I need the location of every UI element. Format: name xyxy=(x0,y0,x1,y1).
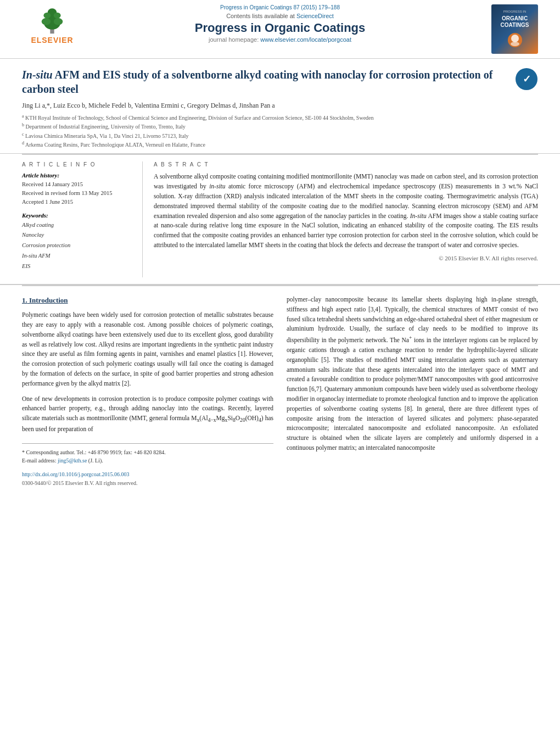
elsevier-logo: ELSEVIER xyxy=(22,4,82,44)
svg-point-10 xyxy=(511,42,519,46)
article-body: A R T I C L E I N F O Article history: R… xyxy=(0,155,560,285)
intro-para2: One of new developments in corrosion pro… xyxy=(22,394,273,435)
sciencedirect-link[interactable]: ScienceDirect xyxy=(296,13,334,19)
article-history: Article history: Received 14 January 201… xyxy=(22,172,133,206)
email-note: E-mail address: jing5@kth.se (J. Li). xyxy=(22,456,273,465)
crossmark-icon: ✓ xyxy=(515,68,538,91)
svg-point-5 xyxy=(54,18,63,25)
journal-logo-box: PROGRESS IN ORGANICCOATINGS xyxy=(491,4,538,54)
abstract-text: A solventborne alkyd composite coating c… xyxy=(154,172,538,250)
svg-text:✓: ✓ xyxy=(523,74,531,85)
history-label: Article history: xyxy=(22,172,133,178)
intro-para1: Polymeric coatings have been widely used… xyxy=(22,310,273,389)
abstract-label: A B S T R A C T xyxy=(154,161,538,168)
keyword-4: In-situ AFM xyxy=(22,251,133,261)
affiliation-d: d Arkema Coating Resins, Parc Technologi… xyxy=(22,140,538,149)
svg-point-6 xyxy=(43,13,51,19)
logo-icon xyxy=(507,32,523,49)
abstract-col: A B S T R A C T A solventborne alkyd com… xyxy=(154,161,538,277)
doi-link[interactable]: http://dx.doi.org/10.1016/j.porgcoat.201… xyxy=(22,471,129,477)
keyword-3: Corrosion protection xyxy=(22,241,133,251)
revised-date: Received in revised form 13 May 2015 xyxy=(22,189,133,198)
received-date: Received 14 January 2015 xyxy=(22,180,133,189)
right-text-col: polymer–clay nanocomposite because its l… xyxy=(287,295,538,487)
affiliation-b: b Department of Industrial Engineering, … xyxy=(22,122,538,131)
journal-title: Progress in Organic Coatings xyxy=(93,21,467,35)
journal-header: ELSEVIER Progress in Organic Coatings 87… xyxy=(0,0,560,59)
svg-point-4 xyxy=(42,18,51,25)
svg-point-7 xyxy=(54,13,61,19)
crossmark: ✓ xyxy=(515,68,538,93)
article-header: ✓ In-situ AFM and EIS study of a solvent… xyxy=(0,59,560,154)
affiliations: a KTH Royal Institute of Technology, Sch… xyxy=(22,113,538,149)
issn-line: 0300-9440/© 2015 Elsevier B.V. All right… xyxy=(22,479,273,488)
logo-top-text: PROGRESS IN xyxy=(503,10,527,13)
article-title-italic: In-situ xyxy=(22,69,53,81)
keywords-section: Keywords: Alkyd coating Nanoclay Corrosi… xyxy=(22,212,133,272)
elsevier-tree-icon xyxy=(30,4,74,35)
journal-homepage: journal homepage: www.elsevier.com/locat… xyxy=(93,36,467,43)
main-two-col: 1. Introduction Polymeric coatings have … xyxy=(22,295,538,487)
homepage-link[interactable]: www.elsevier.com/locate/porgcoat xyxy=(260,36,351,43)
left-text-col: 1. Introduction Polymeric coatings have … xyxy=(22,295,273,487)
keywords-list: Alkyd coating Nanoclay Corrosion protect… xyxy=(22,220,133,272)
article-title-rest: AFM and EIS study of a solventborne alky… xyxy=(22,69,492,95)
authors: Jing Li a,*, Luiz Ecco b, Michele Fedel … xyxy=(22,102,538,110)
article-title: In-situ AFM and EIS study of a solventbo… xyxy=(22,68,538,96)
keywords-label: Keywords: xyxy=(22,212,133,219)
accepted-date: Accepted 1 June 2015 xyxy=(22,198,133,207)
right-para1: polymer–clay nanocomposite because its l… xyxy=(287,295,538,453)
section-num: 1. xyxy=(22,296,27,304)
doi-line: http://dx.doi.org/10.1016/j.porgcoat.201… xyxy=(22,470,273,479)
article-info-col: A R T I C L E I N F O Article history: R… xyxy=(22,161,143,277)
main-content: 1. Introduction Polymeric coatings have … xyxy=(0,286,560,496)
section-title: Introduction xyxy=(29,296,68,304)
svg-point-9 xyxy=(511,35,519,42)
contents-available: Contents lists available at ScienceDirec… xyxy=(93,13,467,19)
article-info-label: A R T I C L E I N F O xyxy=(22,161,133,168)
elsevier-brand: ELSEVIER xyxy=(31,36,73,44)
keyword-1: Alkyd coating xyxy=(22,220,133,231)
journal-meta: Progress in Organic Coatings 87 (2015) 1… xyxy=(93,4,467,10)
journal-logo-right: PROGRESS IN ORGANICCOATINGS xyxy=(478,4,538,54)
corresponding-author-note: * Corresponding author. Tel.: +46 8790 9… xyxy=(22,448,273,456)
affiliation-c: c Laviosa Chimica Mineraria SpA, Via 1, … xyxy=(22,131,538,140)
keyword-2: Nanoclay xyxy=(22,230,133,241)
journal-meta-text: Progress in Organic Coatings 87 (2015) 1… xyxy=(220,4,340,10)
keyword-5: EIS xyxy=(22,261,133,272)
page: ELSEVIER Progress in Organic Coatings 87… xyxy=(0,0,560,742)
affiliation-a: a KTH Royal Institute of Technology, Sch… xyxy=(22,113,538,122)
journal-center-header: Progress in Organic Coatings 87 (2015) 1… xyxy=(82,4,478,43)
logo-main-text: ORGANICCOATINGS xyxy=(500,15,529,29)
email-link[interactable]: jing5@kth.se xyxy=(58,458,87,464)
copyright: © 2015 Elsevier B.V. All rights reserved… xyxy=(154,255,538,261)
intro-heading: 1. Introduction xyxy=(22,295,273,306)
footnote-area: * Corresponding author. Tel.: +46 8790 9… xyxy=(22,443,273,487)
article-two-col: A R T I C L E I N F O Article history: R… xyxy=(22,161,538,277)
